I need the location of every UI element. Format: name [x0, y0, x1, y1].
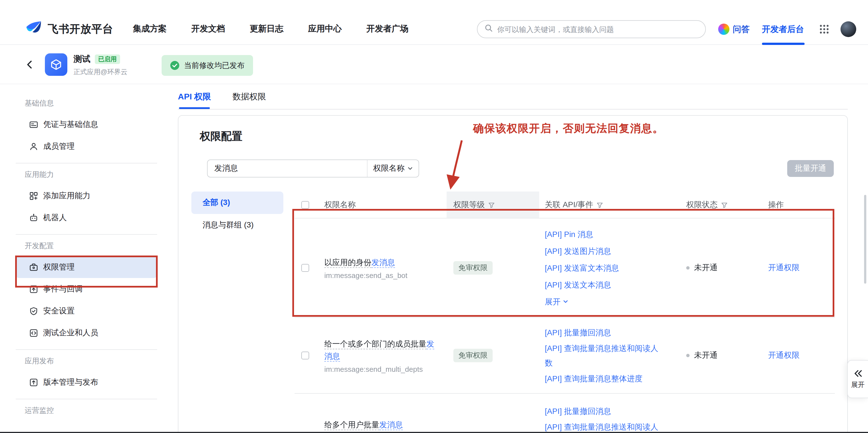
sidebar-section-monitoring: 运营监控	[0, 405, 168, 416]
sidebar-item-permissions[interactable]: 权限管理	[16, 256, 157, 278]
permission-code: im:message:send_multi_depts	[324, 365, 440, 373]
api-link[interactable]: [API] 发送富文本消息	[545, 259, 664, 276]
page-title: 权限配置	[200, 129, 242, 144]
scrollbar-thumb[interactable]	[864, 195, 866, 284]
sidebar-item-version-release[interactable]: 版本管理与发布	[16, 371, 157, 393]
tab-data-permissions[interactable]: 数据权限	[232, 84, 266, 109]
sidebar-section-release: 应用发布	[0, 355, 168, 367]
shield-check-icon	[29, 306, 38, 315]
filter-icon[interactable]	[721, 201, 728, 208]
permission-name[interactable]: 以应用的身份发消息	[324, 256, 440, 268]
permissions-table: 权限名称 权限等级 关联 API/事件 权限状态 操作	[294, 192, 835, 433]
sidebar-divider	[16, 349, 157, 350]
level-badge: 免审权限	[453, 261, 493, 275]
sidebar-item-label: 版本管理与发布	[43, 377, 98, 387]
publish-status-pill: 当前修改均已发布	[162, 55, 253, 76]
tab-api-permissions[interactable]: API 权限	[178, 84, 211, 109]
primary-nav: 集成方案 开发文档 更新日志 应用中心 开发者广场	[133, 24, 408, 34]
chevrons-left-icon	[853, 369, 863, 378]
api-link[interactable]: [API] 批量撤回消息	[545, 324, 664, 341]
publish-status-text: 当前修改均已发布	[184, 60, 245, 70]
select-all-checkbox[interactable]	[301, 201, 309, 209]
api-link[interactable]: [API] 批量撤回消息	[545, 403, 664, 420]
sidebar-item-add-capability[interactable]: 添加应用能力	[16, 185, 157, 207]
nav-item-changelog[interactable]: 更新日志	[250, 24, 283, 34]
permission-search-input[interactable]	[208, 160, 367, 177]
sidebar-section-dev-config: 开发配置	[0, 240, 168, 252]
status-dot	[686, 354, 689, 357]
sidebar-item-security[interactable]: 安全设置	[16, 300, 157, 322]
id-card-icon	[29, 120, 38, 129]
app-name: 测试	[73, 54, 90, 65]
permission-name[interactable]: 给多个用户批量发消息	[324, 418, 440, 431]
enable-permission-link[interactable]: 开通权限	[768, 350, 800, 360]
table-row: 给多个用户批量发消息 [API] 批量撤回消息 [API] 查询批量消息推送和阅…	[294, 394, 835, 433]
top-nav: 飞书开放平台 集成方案 开发文档 更新日志 应用中心 开发者广场 问答 开发者后…	[0, 0, 868, 45]
qa-link[interactable]: 问答	[718, 24, 750, 35]
sidebar-item-events-callbacks[interactable]: 事件与回调	[16, 278, 157, 300]
category-messages-groups[interactable]: 消息与群组 (3)	[191, 214, 283, 236]
api-link[interactable]: [API] 查询批量消息整体进度	[545, 370, 664, 387]
global-search[interactable]	[477, 20, 706, 38]
brand[interactable]: 飞书开放平台	[25, 19, 113, 39]
sidebar-item-label: 权限管理	[43, 262, 74, 272]
back-button[interactable]	[25, 60, 35, 70]
feishu-logo-icon	[25, 19, 43, 39]
event-callback-icon	[29, 285, 38, 293]
expand-apis-link[interactable]: 展开	[545, 293, 664, 310]
expand-panel-button[interactable]: 展开	[847, 360, 868, 398]
nav-right-cluster: 问答 开发者后台	[718, 21, 856, 37]
developer-console-link[interactable]: 开发者后台	[762, 24, 804, 34]
chevron-down-icon	[563, 299, 568, 305]
filter-icon[interactable]	[488, 201, 495, 208]
level-badge: 免审权限	[453, 349, 493, 362]
check-circle-icon	[170, 61, 180, 70]
tab-divider	[178, 109, 848, 110]
category-all[interactable]: 全部 (3)	[191, 192, 283, 214]
nav-item-developer-plaza[interactable]: 开发者广场	[366, 24, 408, 34]
api-link[interactable]: [API] Pin 消息	[545, 226, 664, 242]
status-badge: 已启用	[95, 55, 120, 64]
sidebar-item-members[interactable]: 成员管理	[16, 135, 157, 157]
sidebar-item-label: 机器人	[43, 212, 67, 223]
api-link[interactable]: [API] 发送图片消息	[545, 242, 664, 259]
enable-permission-link[interactable]: 开通权限	[768, 263, 800, 273]
sidebar: 基础信息 凭证与基础信息 成员管理 应用能力 添加应用能力 机器人 开发配置 权…	[0, 84, 168, 433]
api-link[interactable]: [API] 查询批量消息推送和阅读人数	[545, 341, 664, 370]
search-field-label: 权限名称	[373, 164, 405, 174]
apps-grid-icon[interactable]	[818, 24, 830, 35]
sidebar-item-test-org[interactable]: 测试企业和人员	[16, 322, 157, 344]
permission-briefcase-icon	[29, 263, 38, 271]
nav-item-integrations[interactable]: 集成方案	[133, 24, 167, 34]
sidebar-item-label: 凭证与基础信息	[43, 119, 98, 129]
search-field-selector[interactable]: 权限名称	[367, 160, 418, 177]
sidebar-item-label: 添加应用能力	[43, 191, 90, 201]
api-link[interactable]: [API] 发送文本消息	[545, 276, 664, 293]
nav-item-app-center[interactable]: 应用中心	[308, 24, 342, 34]
sidebar-item-label: 测试企业和人员	[43, 328, 98, 338]
table-header-row: 权限名称 权限等级 关联 API/事件 权限状态 操作	[294, 192, 835, 219]
permission-name[interactable]: 给一个或多个部门的成员批量发消息	[324, 338, 440, 362]
app-header: 测试 已启用 正式应用@环界云 当前修改均已发布	[0, 45, 868, 84]
column-header-api: 关联 API/事件	[545, 200, 593, 210]
user-avatar[interactable]	[840, 21, 856, 37]
filter-icon[interactable]	[597, 201, 603, 208]
code-box-icon	[29, 328, 38, 337]
sidebar-item-credentials[interactable]: 凭证与基础信息	[16, 113, 157, 135]
sidebar-divider	[16, 234, 157, 235]
nav-item-docs[interactable]: 开发文档	[191, 24, 225, 34]
app-subtitle: 正式应用@环界云	[73, 67, 127, 77]
global-search-input[interactable]	[497, 25, 705, 33]
sidebar-item-label: 事件与回调	[43, 284, 83, 294]
table-row: 以应用的身份发消息 im:message:send_as_bot 免审权限 [A…	[294, 219, 835, 318]
status-text: 未开通	[694, 263, 718, 273]
row-checkbox[interactable]	[301, 352, 309, 359]
sidebar-item-label: 成员管理	[43, 141, 74, 151]
api-link[interactable]: [API] 查询批量消息推送和阅读人数	[545, 420, 664, 433]
row-checkbox[interactable]	[301, 264, 309, 272]
grid-plus-icon	[29, 191, 38, 200]
status-text: 未开通	[694, 350, 718, 360]
batch-enable-button[interactable]: 批量开通	[787, 160, 834, 177]
sidebar-item-bot[interactable]: 机器人	[16, 207, 157, 229]
robot-icon	[29, 213, 38, 222]
